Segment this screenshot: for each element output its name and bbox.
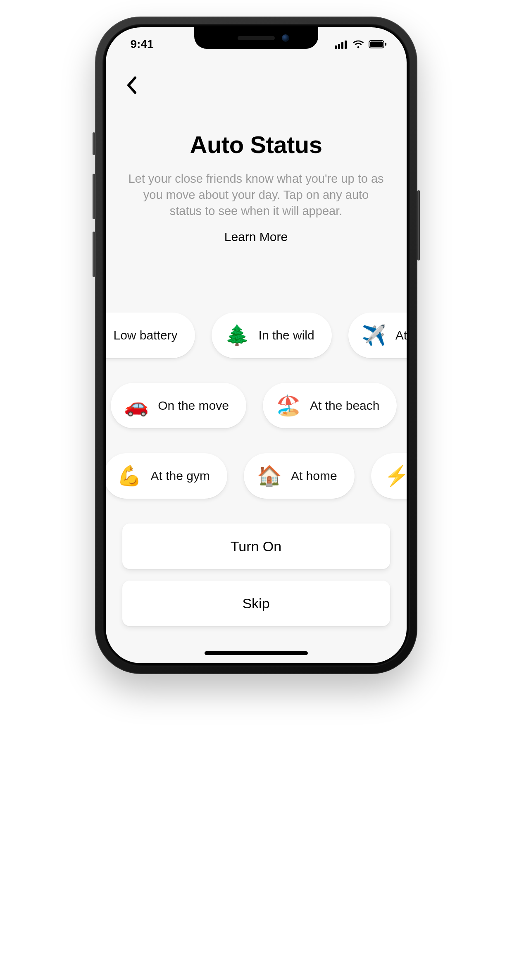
chip-in-the-wild[interactable]: 🌲 In the wild bbox=[212, 313, 332, 358]
muscle-icon: 💪 bbox=[117, 466, 142, 486]
status-chips-area: 🔌 Low battery 🌲 In the wild ✈️ At t bbox=[106, 313, 407, 515]
chip-row-1: 🔌 Low battery 🌲 In the wild ✈️ At t bbox=[106, 313, 407, 358]
chip-label: At home bbox=[291, 469, 337, 483]
side-button-power bbox=[417, 190, 420, 261]
chip-label: On the move bbox=[158, 399, 229, 413]
chip-on-the-move[interactable]: 🚗 On the move bbox=[111, 383, 246, 428]
page-title: Auto Status bbox=[122, 131, 390, 158]
svg-rect-1 bbox=[338, 44, 340, 49]
house-icon: 🏠 bbox=[257, 466, 282, 486]
lightning-icon: ⚡ bbox=[384, 466, 407, 486]
car-icon: 🚗 bbox=[124, 396, 149, 416]
chip-row-3: 💪 At the gym 🏠 At home ⚡ Ch bbox=[106, 453, 407, 499]
airplane-icon: ✈️ bbox=[362, 325, 386, 345]
svg-rect-3 bbox=[345, 41, 347, 49]
chip-row-2: ping 🚗 On the move 🏖️ At the beach bbox=[106, 383, 397, 428]
chip-at-airport[interactable]: ✈️ At t bbox=[348, 313, 407, 358]
screen: 9:41 bbox=[106, 27, 407, 663]
chevron-left-icon bbox=[125, 76, 138, 94]
side-button-volume-down bbox=[93, 232, 95, 277]
beach-icon: 🏖️ bbox=[276, 396, 301, 416]
tree-icon: 🌲 bbox=[225, 325, 250, 345]
home-indicator[interactable] bbox=[205, 651, 308, 655]
phone-frame: 9:41 bbox=[95, 17, 417, 674]
svg-rect-6 bbox=[385, 43, 386, 46]
chip-label: In the wild bbox=[259, 328, 314, 342]
chip-charging[interactable]: ⚡ Ch bbox=[371, 453, 407, 499]
side-button-volume-up bbox=[93, 174, 95, 219]
chip-at-the-beach[interactable]: 🏖️ At the beach bbox=[263, 383, 397, 428]
back-button[interactable] bbox=[119, 73, 144, 98]
learn-more-link[interactable]: Learn More bbox=[224, 230, 288, 244]
skip-button[interactable]: Skip bbox=[122, 581, 390, 626]
chip-label: At the gym bbox=[151, 469, 210, 483]
chip-at-home[interactable]: 🏠 At home bbox=[244, 453, 355, 499]
chip-low-battery[interactable]: 🔌 Low battery bbox=[106, 313, 195, 358]
svg-rect-0 bbox=[335, 45, 337, 49]
bottom-buttons: Turn On Skip bbox=[122, 523, 390, 626]
side-button-silent bbox=[93, 132, 95, 155]
chip-at-the-gym[interactable]: 💪 At the gym bbox=[106, 453, 227, 499]
battery-icon bbox=[369, 40, 387, 49]
speaker-grille bbox=[238, 36, 275, 40]
notch bbox=[194, 27, 318, 49]
wifi-icon bbox=[352, 40, 364, 49]
chip-label: Low battery bbox=[114, 328, 178, 342]
status-icons bbox=[335, 38, 389, 49]
front-camera bbox=[282, 34, 289, 42]
svg-rect-2 bbox=[341, 42, 343, 49]
svg-rect-5 bbox=[370, 42, 383, 47]
chip-label: At the beach bbox=[310, 399, 379, 413]
turn-on-button[interactable]: Turn On bbox=[122, 523, 390, 569]
status-time: 9:41 bbox=[123, 36, 154, 51]
chip-label: At t bbox=[395, 328, 407, 342]
page-subtitle: Let your close friends know what you're … bbox=[122, 171, 390, 219]
cellular-icon bbox=[335, 40, 348, 49]
